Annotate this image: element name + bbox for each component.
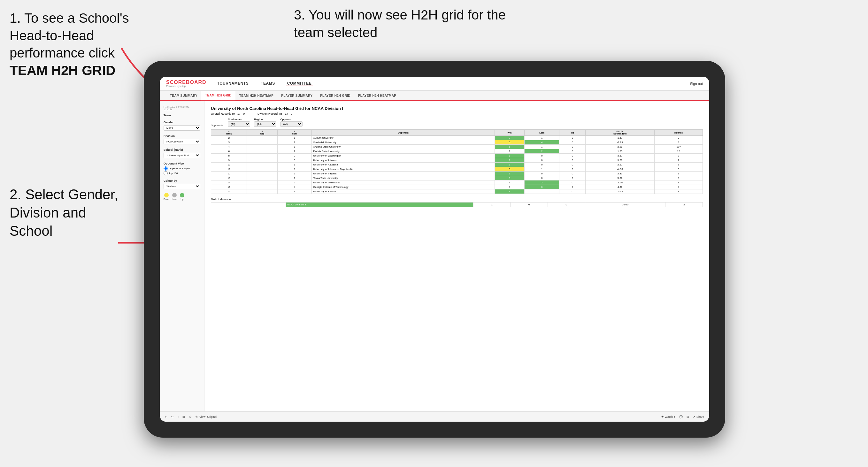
radio-top100[interactable]: Top 100 bbox=[163, 171, 200, 175]
bottom-toolbar: ↩ ↪ ‹ ⊞ ⏱ 👁 View: Original 👁 Watch ▾ 💬 ⊞… bbox=[160, 411, 709, 422]
region-filter[interactable]: (All) bbox=[254, 121, 276, 127]
out-of-division-label: Out of division bbox=[211, 198, 703, 201]
ood-name: NCAA Division II bbox=[286, 203, 473, 207]
col-opponent: Opponent bbox=[312, 130, 495, 136]
filter-region-group: Region (All) bbox=[254, 118, 276, 127]
legend-up-dot bbox=[180, 193, 184, 197]
sidebar-colour-label: Colour by bbox=[163, 179, 200, 182]
legend-up: Up bbox=[180, 193, 184, 200]
division-record: Division Record: 88 - 17 - 0 bbox=[257, 112, 292, 115]
filter-conference-group: Conference (All) bbox=[228, 118, 250, 127]
filter-region-label: Region bbox=[254, 118, 276, 121]
sidebar-division-label: Division bbox=[163, 134, 200, 138]
col-reg: #Reg bbox=[247, 130, 278, 136]
sidebar-team-label: Team bbox=[163, 114, 200, 117]
sidebar-opponent-view-section: Opponent View Opponents Played Top 100 bbox=[163, 162, 200, 175]
ood-rank bbox=[211, 203, 236, 207]
table-row: 163University of Florida310-6.429 bbox=[211, 189, 703, 194]
sub-nav-team-summary[interactable]: TEAM SUMMARY bbox=[166, 91, 201, 100]
sub-nav-team-h2h-heatmap[interactable]: TEAM H2H HEATMAP bbox=[236, 91, 277, 100]
col-tie: Tie bbox=[559, 130, 586, 136]
gender-select[interactable]: Men's bbox=[163, 125, 200, 131]
watch-label: Watch bbox=[665, 415, 673, 418]
back-btn[interactable]: ‹ bbox=[178, 415, 179, 418]
sub-nav-team-h2h-grid[interactable]: TEAM H2H GRID bbox=[201, 91, 236, 100]
tablet-device: SCOREBOARD Powered by clippi TOURNAMENTS… bbox=[144, 61, 725, 438]
legend-level-dot bbox=[172, 193, 177, 197]
opponent-filter[interactable]: (All) bbox=[280, 121, 303, 127]
table-row: 82University of Washington1003.673 bbox=[211, 154, 703, 158]
filter-opponent-group: Opponent (All) bbox=[280, 118, 303, 127]
annotation-2: 2. Select Gender,Division andSchool bbox=[9, 185, 131, 240]
col-win: Win bbox=[495, 130, 525, 136]
table-row: 142University of Oklahoma120-1.009 bbox=[211, 181, 703, 185]
ood-win: 1 bbox=[473, 203, 510, 207]
colour-select[interactable]: Win/loss bbox=[163, 184, 200, 189]
ood-diff: 26.00 bbox=[585, 203, 665, 207]
share-label: Share bbox=[696, 415, 704, 418]
sub-nav-player-h2h-grid[interactable]: PLAYER H2H GRID bbox=[316, 91, 354, 100]
sub-navbar: TEAM SUMMARY TEAM H2H GRID TEAM H2H HEAT… bbox=[160, 91, 709, 101]
filter-row: Opponents: Conference (All) Region (All) bbox=[211, 118, 703, 127]
sidebar-timestamp: Last Updated: 27/03/2024 16:55:38 bbox=[163, 106, 200, 111]
table-row: 21Auburn University2101.679 bbox=[211, 136, 703, 140]
watch-dropdown-icon: ▾ bbox=[674, 415, 675, 418]
overall-record: Overall Record: 89 - 17 - 0 bbox=[211, 112, 245, 115]
legend-level: Level bbox=[172, 193, 177, 200]
annotation-1: 1. To see a School's Head-to-Head perfor… bbox=[9, 9, 144, 79]
sign-out-link[interactable]: Sign out bbox=[690, 82, 703, 86]
division-select[interactable]: NCAA Division I bbox=[163, 139, 200, 145]
app-navbar: SCOREBOARD Powered by clippi TOURNAMENTS… bbox=[160, 77, 709, 91]
ood-conf bbox=[261, 203, 286, 207]
ood-tie: 0 bbox=[548, 203, 585, 207]
grid-records: Overall Record: 89 - 17 - 0 Division Rec… bbox=[211, 112, 703, 115]
watch-btn[interactable]: 👁 Watch ▾ bbox=[661, 415, 675, 418]
comment-btn[interactable]: 💬 bbox=[679, 415, 683, 418]
table-row: 154Georgia Institute of Technology0604.5… bbox=[211, 185, 703, 189]
nav-teams[interactable]: TEAMS bbox=[259, 81, 276, 86]
nav-committee[interactable]: COMMITTEE bbox=[286, 81, 313, 86]
ood-loss: 0 bbox=[510, 203, 548, 207]
tablet-screen: SCOREBOARD Powered by clippi TOURNAMENTS… bbox=[160, 77, 709, 422]
table-row: 62Florida State University1201.8312 bbox=[211, 149, 703, 154]
sidebar: Last Updated: 27/03/2024 16:55:38 Team G… bbox=[160, 101, 205, 411]
sidebar-gender-label: Gender bbox=[163, 121, 200, 124]
share-btn[interactable]: ↗ Share bbox=[693, 415, 704, 418]
watch-icon: 👁 bbox=[661, 415, 664, 418]
col-rounds: Rounds bbox=[655, 130, 703, 136]
table-row: 105University of Alabama3002.618 bbox=[211, 163, 703, 167]
view-icon: 👁 bbox=[195, 415, 198, 418]
filter-conference-label: Conference bbox=[228, 118, 250, 121]
logo-text: SCOREBOARD bbox=[166, 80, 206, 85]
out-of-division-table: NCAA Division II 1 0 0 26.00 3 bbox=[211, 202, 703, 207]
view-btn[interactable]: 👁 View: Original bbox=[195, 415, 217, 418]
col-rank: #Rank bbox=[211, 130, 247, 136]
conference-filter[interactable]: (All) bbox=[228, 121, 250, 127]
undo-btn[interactable]: ↩ bbox=[165, 415, 167, 418]
annotation-3: 3. You will now see H2H grid for the tea… bbox=[294, 6, 511, 41]
clock-btn[interactable]: ⏱ bbox=[189, 415, 192, 418]
col-loss: Loss bbox=[525, 130, 559, 136]
nav-tournaments[interactable]: TOURNAMENTS bbox=[216, 81, 250, 86]
view-label: View: Original bbox=[199, 415, 217, 418]
legend-down-dot bbox=[164, 193, 169, 197]
sidebar-team-section: Team bbox=[163, 114, 200, 117]
table-row: 121University of Virginia1002.333 bbox=[211, 172, 703, 176]
table-row: 93University of Arizona1009.002 bbox=[211, 158, 703, 163]
h2h-tbody: 21Auburn University2101.67932Vanderbilt … bbox=[211, 136, 703, 194]
logo-area: SCOREBOARD Powered by clippi bbox=[166, 80, 206, 88]
main-content: Last Updated: 27/03/2024 16:55:38 Team G… bbox=[160, 101, 709, 411]
grid-title: University of North Carolina Head-to-Hea… bbox=[211, 106, 703, 111]
table-header-row: #Rank #Reg #Conf Opponent Win Loss Tie D… bbox=[211, 130, 703, 136]
sub-nav-player-summary[interactable]: PLAYER SUMMARY bbox=[277, 91, 316, 100]
sidebar-gender-section: Gender Men's bbox=[163, 121, 200, 131]
grid-btn[interactable]: ⊞ bbox=[686, 415, 689, 418]
ood-reg bbox=[236, 203, 261, 207]
sub-nav-player-h2h-heatmap[interactable]: PLAYER H2H HEATMAP bbox=[354, 91, 400, 100]
copy-btn[interactable]: ⊞ bbox=[182, 415, 185, 418]
opponents-label: Opponents: bbox=[211, 124, 224, 127]
sidebar-school-label: School (Rank) bbox=[163, 148, 200, 151]
radio-opponents-played[interactable]: Opponents Played bbox=[163, 166, 200, 170]
redo-btn[interactable]: ↪ bbox=[171, 415, 174, 418]
school-select[interactable]: 1. University of Nort... bbox=[163, 153, 200, 158]
